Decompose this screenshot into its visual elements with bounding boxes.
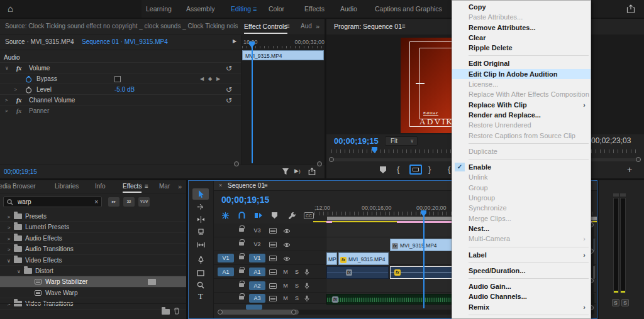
workspace-tab-learning[interactable]: Learning bbox=[146, 0, 172, 18]
menu-item-ungroup[interactable]: Ungroup bbox=[452, 193, 591, 203]
clear-search-icon[interactable]: × bbox=[94, 198, 98, 205]
lock-icon[interactable] bbox=[239, 269, 244, 273]
menu-item-remix[interactable]: Remix› bbox=[452, 302, 591, 312]
mic-icon[interactable] bbox=[304, 283, 309, 289]
menu-item-audio-gain[interactable]: Audio Gain... bbox=[452, 281, 591, 291]
timeline-clip-v1-right[interactable]: fxMVI_9315.MP4 bbox=[338, 252, 389, 265]
scrollbar-handle[interactable] bbox=[218, 310, 223, 315]
scrollbar-thumb[interactable] bbox=[220, 310, 299, 315]
menu-item-render-and-replace[interactable]: Render and Replace... bbox=[452, 110, 591, 120]
linked-selection-icon[interactable] bbox=[254, 212, 263, 219]
stopwatch-icon[interactable] bbox=[25, 76, 32, 83]
menu-item-ripple-delete[interactable]: Ripple Delete bbox=[452, 43, 591, 53]
program-panel-menu-icon[interactable]: ≡ bbox=[402, 23, 406, 30]
reset-effect-icon[interactable]: ↺ bbox=[226, 85, 232, 95]
add-marker-icon[interactable] bbox=[380, 166, 386, 173]
effects-panel-menu-icon[interactable]: ≡ bbox=[145, 183, 148, 190]
effect-row-panner[interactable]: > fx Panner bbox=[0, 106, 241, 116]
menu-item-speed-duration[interactable]: Speed/Duration... bbox=[452, 266, 591, 276]
timeline-settings-wrench-icon[interactable] bbox=[288, 212, 296, 220]
workspace-tab-audio[interactable]: Audio bbox=[340, 0, 357, 18]
effect-row-level[interactable]: > Level -5.0 dB ↺ bbox=[0, 85, 241, 95]
show-hide-timeline-icon[interactable]: ▶ bbox=[233, 38, 236, 44]
scrollbar-handle[interactable] bbox=[636, 157, 641, 162]
mute-button[interactable]: M bbox=[282, 282, 289, 289]
toggle-track-output[interactable] bbox=[283, 256, 291, 262]
source-patch-a1[interactable]: A1 bbox=[218, 268, 234, 276]
effects-search-box[interactable]: × bbox=[3, 197, 102, 207]
mute-button[interactable]: M bbox=[282, 268, 289, 276]
tree-item-video-effects[interactable]: ∨Video Effects bbox=[0, 255, 186, 266]
effect-row-volume[interactable]: ∨ fx Volume ↺ bbox=[0, 63, 241, 73]
menu-item-label[interactable]: Label› bbox=[452, 250, 591, 260]
track-name-a3[interactable]: A3 bbox=[249, 294, 265, 303]
menu-item-restore-captions-from-source-clip[interactable]: Restore Captions from Source Clip bbox=[452, 131, 591, 141]
track-name-a1[interactable]: A1 bbox=[249, 268, 265, 276]
lock-icon[interactable] bbox=[239, 242, 244, 246]
tree-item-warp-stabilizer[interactable]: Warp Stabilizer bbox=[0, 276, 186, 287]
timeline-clip-a1-left[interactable]: fx bbox=[326, 266, 389, 279]
type-tool[interactable]: T bbox=[192, 291, 209, 302]
prev-keyframe-icon[interactable]: ◀ bbox=[200, 74, 204, 84]
reset-effect-icon[interactable]: ↺ bbox=[226, 63, 232, 73]
lift-icon[interactable]: { bbox=[448, 165, 450, 174]
workspace-tab-effects[interactable]: Effects bbox=[304, 0, 325, 18]
add-button-icon[interactable]: + bbox=[627, 165, 632, 175]
tab-source-monitor[interactable]: Source: Clock Ticking sound effect no co… bbox=[5, 23, 238, 30]
tree-item-presets[interactable]: >Presets bbox=[0, 211, 186, 222]
tree-disclosure-icon[interactable]: ∨ bbox=[15, 266, 23, 277]
audio-rubber-band[interactable] bbox=[327, 273, 388, 273]
sync-lock-icon[interactable] bbox=[269, 256, 277, 261]
menu-item-synchronize[interactable]: Synchronize bbox=[452, 203, 591, 213]
lock-icon[interactable] bbox=[239, 283, 244, 287]
editing-workspace-menu-icon[interactable]: ≡ bbox=[253, 0, 257, 18]
solo-button[interactable]: S bbox=[293, 295, 301, 302]
tab-libraries[interactable]: Libraries bbox=[55, 183, 79, 190]
tree-item-audio-effects[interactable]: >Audio Effects bbox=[0, 233, 186, 244]
lock-icon[interactable] bbox=[239, 296, 244, 300]
menu-item-enable[interactable]: Enable✓ bbox=[452, 162, 591, 172]
tree-disclosure-icon[interactable]: > bbox=[5, 244, 13, 255]
effect-controls-mini-timeline[interactable]: 16;00 00;00;32;00 MVI_9315.MP4 bbox=[242, 35, 325, 165]
chevron-down-icon[interactable]: ∨ bbox=[70, 40, 74, 45]
menu-item-merge-clips[interactable]: Merge Clips... bbox=[452, 214, 591, 224]
insert-as-nest-icon[interactable] bbox=[221, 212, 230, 220]
settings-frame-button[interactable] bbox=[409, 165, 422, 175]
pen-tool[interactable] bbox=[192, 254, 209, 266]
menu-item-edit-clip-in-adobe-audition[interactable]: Edit Clip In Adobe Audition bbox=[452, 69, 591, 79]
tree-item-distort[interactable]: ∨Distort bbox=[0, 266, 186, 276]
toggle-track-output[interactable] bbox=[283, 242, 291, 249]
tab-info[interactable]: Info bbox=[95, 183, 106, 190]
transform-anchor-handle[interactable] bbox=[416, 83, 425, 84]
captions-cc-icon[interactable]: CC bbox=[304, 212, 314, 219]
voiceover-record-icon[interactable] bbox=[304, 283, 309, 291]
tree-disclosure-icon[interactable]: > bbox=[5, 222, 13, 233]
level-value[interactable]: -5.0 dB bbox=[114, 85, 135, 95]
add-keyframe-icon[interactable]: ◆ bbox=[208, 74, 212, 84]
solo-button[interactable]: S bbox=[293, 282, 301, 289]
filter-yuv-icon[interactable]: YUV bbox=[138, 197, 150, 207]
tab-effect-controls[interactable]: Effect Controls bbox=[244, 23, 287, 34]
sync-lock-icon[interactable] bbox=[269, 242, 277, 247]
zoom-tool[interactable] bbox=[192, 279, 209, 291]
tree-item-wave-warp[interactable]: Wave Warp bbox=[0, 288, 186, 298]
mute-button[interactable]: M bbox=[282, 295, 289, 302]
track-name-v2[interactable]: V2 bbox=[249, 240, 265, 249]
menu-item-paste-attributes[interactable]: Paste Attributes... bbox=[452, 12, 591, 22]
menu-item-copy[interactable]: Copy bbox=[452, 2, 591, 12]
voiceover-record-icon[interactable] bbox=[304, 269, 309, 277]
solo-left-button[interactable]: S bbox=[612, 299, 619, 306]
sync-lock-icon[interactable] bbox=[269, 283, 277, 289]
expand-arrow-icon[interactable]: > bbox=[14, 85, 17, 95]
menu-item-restore-unrendered[interactable]: Restore Unrendered bbox=[452, 120, 591, 130]
timeline-clip-v1-left[interactable]: MP4 bbox=[326, 252, 337, 265]
tree-disclosure-icon[interactable]: > bbox=[5, 212, 13, 222]
play-audio-icon[interactable]: ▶) bbox=[294, 168, 301, 174]
more-panels-chevron-icon[interactable]: » bbox=[316, 23, 319, 30]
bypass-checkbox[interactable] bbox=[114, 76, 121, 82]
sync-lock-icon[interactable] bbox=[269, 269, 277, 275]
scrollbar-handle[interactable] bbox=[317, 161, 322, 166]
sync-lock-icon[interactable] bbox=[269, 228, 277, 234]
stopwatch-icon[interactable] bbox=[25, 87, 32, 94]
eye-icon[interactable] bbox=[283, 229, 291, 234]
